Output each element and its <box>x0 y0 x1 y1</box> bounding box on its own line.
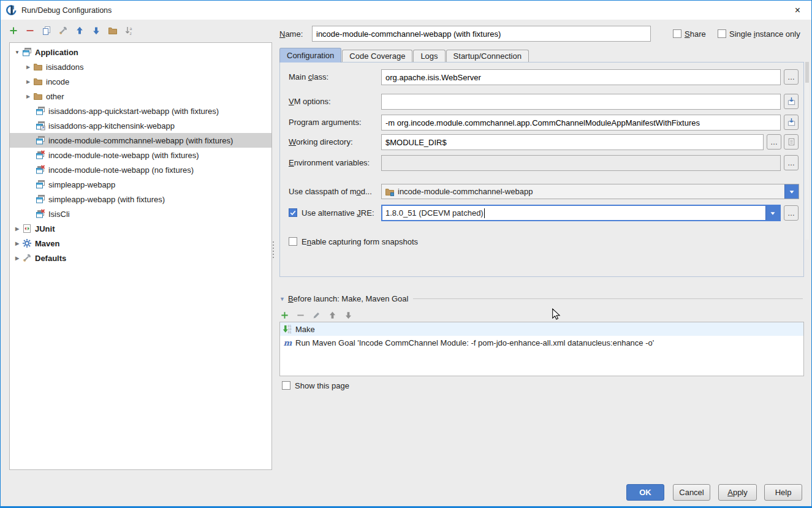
tree-item[interactable]: incode-module-note-webapp (with fixtures… <box>10 148 271 162</box>
maven-goal-icon: m <box>283 338 292 347</box>
cancel-button[interactable]: Cancel <box>673 484 710 501</box>
splitter-handle[interactable] <box>272 241 274 259</box>
edit-defaults-button[interactable] <box>58 26 68 36</box>
expand-program-arguments-button[interactable] <box>784 115 799 130</box>
tree-item[interactable]: simpleapp-webapp <box>10 177 271 192</box>
move-up-button[interactable] <box>74 26 85 36</box>
copy-configuration-button[interactable] <box>41 26 51 36</box>
expand-vm-options-button[interactable] <box>784 94 799 109</box>
tab-configuration[interactable]: Configuration <box>279 48 341 63</box>
working-directory-label: Working directory: <box>289 137 353 146</box>
tree-item-label: IsisCli <box>48 210 70 219</box>
move-task-down-button[interactable] <box>343 310 354 320</box>
configuration-panel: Main class: … VM options: Program argume… <box>279 62 804 277</box>
chevron-collapsed-icon[interactable]: ▶ <box>12 241 22 246</box>
app-config-icon <box>36 135 45 145</box>
tab-startup-connection[interactable]: Startup/Connection <box>446 50 529 63</box>
help-button[interactable]: Help <box>764 484 802 501</box>
make-icon: 011001 <box>283 324 292 334</box>
ok-button[interactable]: OK <box>626 484 664 501</box>
single-instance-checkbox[interactable] <box>718 29 726 38</box>
tab-code-coverage[interactable]: Code Coverage <box>342 50 412 63</box>
tree-item[interactable]: ▶other <box>10 89 271 104</box>
svg-text:m: m <box>284 338 292 347</box>
chevron-collapsed-icon[interactable]: ▶ <box>23 64 33 70</box>
move-down-button[interactable] <box>91 26 101 36</box>
tree-item-label: simpleapp-webapp (with fixtures) <box>48 195 165 204</box>
program-arguments-label: Program arguments: <box>289 118 362 127</box>
tree-item[interactable]: incode-module-commchannel-webapp (with f… <box>10 133 271 148</box>
single-instance-label: Single instance only <box>729 29 800 39</box>
edit-task-button[interactable] <box>311 310 322 320</box>
chevron-collapsed-icon[interactable]: ▶ <box>23 94 33 99</box>
enable-snapshots-checkbox[interactable] <box>289 237 297 246</box>
window-title: Run/Debug Configurations <box>21 6 112 15</box>
mouse-cursor <box>550 308 561 322</box>
jre-dropdown-arrow-icon[interactable] <box>765 206 780 220</box>
remove-button[interactable] <box>25 26 35 36</box>
tree-item-label: JUnit <box>35 224 55 233</box>
add-task-button[interactable] <box>279 310 290 320</box>
browse-jre-button[interactable]: … <box>784 205 799 221</box>
enable-snapshots-label: Enable capturing form snapshots <box>302 237 418 246</box>
tree-item-label: incode-module-note-webapp (no fixtures) <box>48 165 194 175</box>
alternative-jre-combobox[interactable]: 1.8.0_51 (DCEVM patched) <box>381 205 781 221</box>
browse-working-directory-button[interactable]: … <box>767 134 781 150</box>
classpath-dropdown-arrow-icon[interactable] <box>784 184 799 199</box>
working-directory-input[interactable] <box>381 134 764 150</box>
tree-item[interactable]: simpleapp-webapp (with fixtures) <box>10 192 271 207</box>
panel-scrollbar[interactable] <box>805 62 809 240</box>
main-class-input[interactable] <box>381 69 781 85</box>
tree-item[interactable]: ▼Application <box>10 45 271 59</box>
tree-item-label: isisaddons <box>46 63 83 72</box>
tab-logs[interactable]: Logs <box>413 50 445 63</box>
classpath-module-value: incode-module-commchannel-webapp <box>398 187 533 196</box>
add-button[interactable] <box>8 26 18 36</box>
remove-task-button[interactable] <box>295 310 306 320</box>
tree-item[interactable]: ▶Defaults <box>10 251 271 265</box>
show-this-page-checkbox[interactable] <box>282 381 290 390</box>
share-checkbox[interactable] <box>673 29 681 38</box>
folder-icon <box>33 77 43 86</box>
before-launch-toolbar <box>279 309 354 321</box>
tree-item[interactable]: ▶JUnit <box>10 221 271 236</box>
environment-variables-input[interactable] <box>381 155 781 171</box>
chevron-collapsed-icon[interactable]: ▶ <box>23 79 33 85</box>
vm-options-input[interactable] <box>381 94 781 110</box>
tree-item[interactable]: ▶incode <box>10 74 271 89</box>
new-folder-button[interactable] <box>107 26 118 36</box>
tree-item[interactable]: incode-module-note-webapp (no fixtures) <box>10 162 271 177</box>
collapse-triangle-icon[interactable]: ▼ <box>279 296 285 302</box>
name-input[interactable] <box>312 26 651 42</box>
browse-main-class-button[interactable]: … <box>784 69 799 85</box>
tree-item[interactable]: ▶isisaddons <box>10 59 271 74</box>
apply-button[interactable]: Apply <box>718 484 757 501</box>
alternative-jre-checkbox[interactable] <box>289 208 297 217</box>
classpath-module-combobox[interactable]: incode-module-commchannel-webapp <box>381 184 799 199</box>
task-label: Run Maven Goal 'Incode CommChannel Modul… <box>295 338 654 347</box>
separator-line <box>413 298 803 299</box>
insert-macro-button[interactable] <box>784 134 799 150</box>
tree-item[interactable]: isisaddons-app-kitchensink-webapp <box>10 118 271 133</box>
vm-options-label: VM options: <box>289 97 331 106</box>
close-button[interactable]: × <box>784 1 811 20</box>
before-launch-task[interactable]: 011001Make <box>280 322 803 336</box>
program-arguments-input[interactable] <box>381 115 781 131</box>
chevron-expanded-icon[interactable]: ▼ <box>12 50 22 55</box>
app-config-error-icon <box>36 165 45 175</box>
tree-item[interactable]: isisaddons-app-quickstart-webapp (with f… <box>10 104 271 118</box>
before-launch-task[interactable]: mRun Maven Goal 'Incode CommChannel Modu… <box>280 336 803 349</box>
scrollbar-thumb[interactable] <box>805 62 809 83</box>
tree-item-label: incode-module-note-webapp (with fixtures… <box>48 151 199 160</box>
intellij-logo-icon <box>6 5 17 15</box>
sort-configurations-button[interactable]: az <box>124 26 134 36</box>
tree-item[interactable]: ▶Maven <box>10 236 271 251</box>
defaults-icon <box>22 253 32 263</box>
tree-item[interactable]: IsisCli <box>10 207 271 221</box>
chevron-collapsed-icon[interactable]: ▶ <box>12 226 22 232</box>
move-task-up-button[interactable] <box>327 310 338 320</box>
browse-environment-variables-button[interactable]: … <box>784 155 799 170</box>
tree-item-label: other <box>46 92 64 101</box>
before-launch-header: ▼ Before launch: Make, Maven Goal <box>279 294 803 303</box>
chevron-collapsed-icon[interactable]: ▶ <box>12 256 22 261</box>
